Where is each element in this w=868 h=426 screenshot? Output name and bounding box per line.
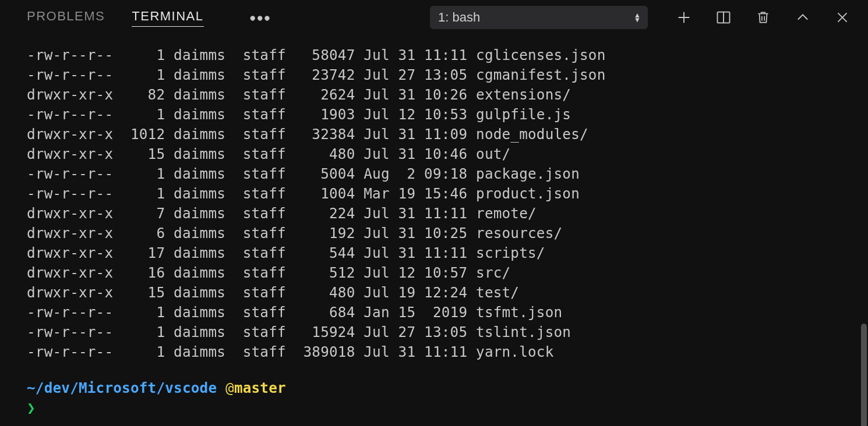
panel-tabs: PROBLEMS TERMINAL xyxy=(27,9,204,27)
trash-icon xyxy=(756,10,771,25)
prompt-symbol-line: ❯ xyxy=(27,398,868,418)
terminal-select-dropdown[interactable]: 1: bash ▲▼ xyxy=(430,6,648,29)
ls-output: -rw-r--r-- 1 daimms staff 58047 Jul 31 1… xyxy=(27,45,868,362)
prompt-branch: master xyxy=(234,379,286,396)
terminal-actions xyxy=(675,8,852,27)
panel: PROBLEMS TERMINAL ●●● 1: bash ▲▼ xyxy=(0,0,868,426)
kill-terminal-button[interactable] xyxy=(754,8,772,27)
prompt-path: ~/dev/Microsoft/vscode xyxy=(27,379,217,396)
tab-problems[interactable]: PROBLEMS xyxy=(27,9,105,26)
split-icon xyxy=(715,9,732,26)
tab-terminal[interactable]: TERMINAL xyxy=(132,9,203,27)
chevron-updown-icon: ▲▼ xyxy=(634,13,641,22)
chevron-up-icon xyxy=(795,9,811,26)
split-terminal-button[interactable] xyxy=(714,8,733,27)
new-terminal-button[interactable] xyxy=(675,8,693,27)
prompt-at: @ xyxy=(225,379,234,396)
scrollbar[interactable] xyxy=(861,324,867,426)
prompt-symbol: ❯ xyxy=(27,399,36,416)
panel-header: PROBLEMS TERMINAL ●●● 1: bash ▲▼ xyxy=(0,0,868,35)
terminal-select-value: 1: bash xyxy=(438,10,480,25)
more-icon[interactable]: ●●● xyxy=(250,13,272,22)
close-icon xyxy=(835,10,850,25)
maximize-panel-button[interactable] xyxy=(793,8,812,27)
close-panel-button[interactable] xyxy=(833,8,852,27)
prompt-line: ~/dev/Microsoft/vscode @master xyxy=(27,378,868,398)
plus-icon xyxy=(676,9,692,26)
terminal-output[interactable]: -rw-r--r-- 1 daimms staff 58047 Jul 31 1… xyxy=(0,35,868,426)
